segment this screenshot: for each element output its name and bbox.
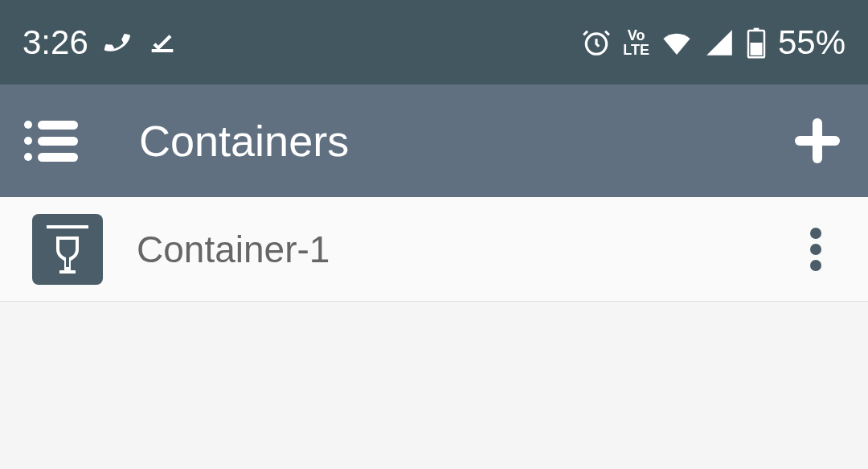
svg-point-13 xyxy=(810,228,821,239)
alarm-icon xyxy=(581,27,612,58)
svg-rect-12 xyxy=(47,225,88,228)
svg-point-4 xyxy=(24,121,32,129)
status-left: 3:26 xyxy=(23,23,178,62)
wifi-icon xyxy=(661,27,693,59)
time: 3:26 xyxy=(23,23,88,62)
svg-rect-11 xyxy=(795,136,840,146)
checkmark-icon xyxy=(146,27,178,59)
more-button[interactable] xyxy=(796,229,836,269)
menu-button[interactable] xyxy=(23,113,79,169)
plus-icon xyxy=(792,115,843,167)
svg-rect-5 xyxy=(38,121,78,130)
battery-percent: 55% xyxy=(778,23,845,62)
svg-point-15 xyxy=(810,260,821,271)
container-icon xyxy=(32,214,103,285)
status-right: Vo LTE 55% xyxy=(581,23,845,62)
status-bar: 3:26 Vo LTE xyxy=(0,0,868,84)
battery-icon xyxy=(746,27,767,59)
phone-icon xyxy=(103,28,132,57)
svg-rect-3 xyxy=(750,43,762,56)
add-button[interactable] xyxy=(789,113,845,169)
svg-rect-7 xyxy=(38,137,78,146)
content: Container-1 xyxy=(0,197,868,302)
svg-point-6 xyxy=(24,137,32,145)
svg-point-14 xyxy=(810,244,821,255)
list-menu-icon xyxy=(23,118,78,163)
svg-point-8 xyxy=(24,153,32,161)
app-bar: Containers xyxy=(0,84,868,197)
item-label: Container-1 xyxy=(137,228,796,271)
volte-icon: Vo LTE xyxy=(623,28,649,57)
list-item[interactable]: Container-1 xyxy=(0,197,868,302)
svg-rect-2 xyxy=(754,27,760,30)
signal-icon xyxy=(704,27,735,58)
svg-rect-9 xyxy=(38,153,78,162)
more-vertical-icon xyxy=(809,227,822,272)
page-title: Containers xyxy=(139,116,789,166)
